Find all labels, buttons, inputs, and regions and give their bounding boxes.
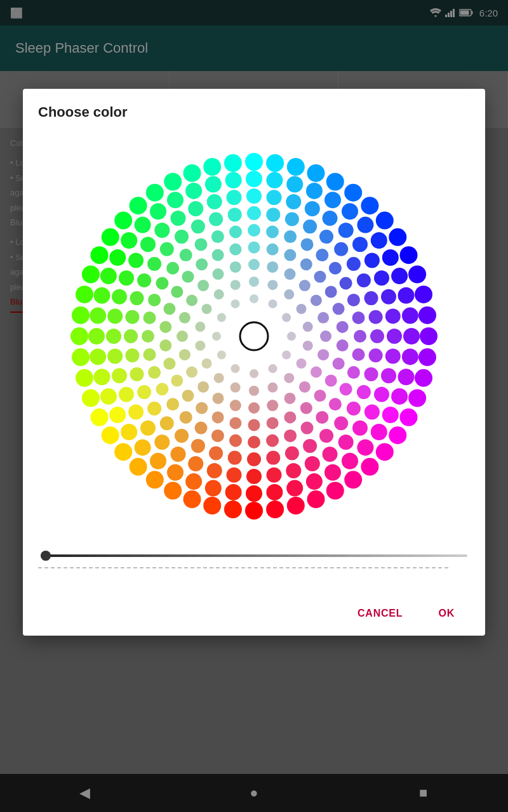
svg-point-29	[326, 482, 344, 500]
svg-point-94	[90, 348, 106, 365]
svg-point-286	[303, 341, 313, 351]
svg-point-69	[398, 287, 415, 304]
svg-point-171	[247, 452, 261, 466]
svg-point-223	[180, 249, 192, 261]
svg-point-186	[160, 242, 174, 256]
svg-point-118	[387, 329, 402, 344]
svg-point-19	[418, 306, 436, 324]
svg-point-234	[337, 321, 349, 333]
svg-point-169	[285, 447, 299, 461]
svg-point-77	[357, 439, 373, 455]
svg-point-105	[205, 176, 222, 193]
svg-point-302	[287, 332, 296, 341]
svg-point-299	[250, 294, 258, 303]
dialog-title: Choose color	[38, 104, 470, 121]
svg-point-127	[286, 463, 301, 478]
svg-point-214	[166, 398, 179, 410]
svg-point-89	[135, 439, 151, 455]
svg-point-43	[82, 390, 100, 407]
ok-button[interactable]: OK	[423, 601, 470, 625]
svg-point-70	[402, 308, 418, 324]
svg-point-81	[286, 480, 303, 497]
svg-point-141	[107, 309, 123, 324]
svg-point-200	[354, 330, 366, 343]
svg-point-270	[230, 400, 241, 411]
svg-point-176	[160, 416, 174, 430]
svg-point-265	[311, 367, 322, 378]
svg-point-56	[184, 164, 201, 182]
svg-point-182	[125, 310, 139, 324]
svg-point-261	[311, 295, 322, 306]
svg-point-280	[230, 261, 241, 273]
svg-point-252	[171, 286, 183, 298]
svg-point-63	[324, 192, 341, 208]
svg-point-237	[325, 375, 337, 387]
color-wheel[interactable]	[51, 133, 457, 539]
svg-point-100	[121, 232, 137, 249]
svg-point-16	[400, 246, 418, 264]
svg-point-31	[287, 497, 305, 514]
svg-point-91	[109, 407, 126, 423]
svg-point-256	[229, 244, 241, 256]
svg-point-305	[250, 369, 258, 378]
svg-point-134	[154, 435, 170, 450]
svg-point-180	[125, 348, 139, 362]
slider-thumb[interactable]	[41, 551, 51, 561]
svg-point-27	[361, 458, 378, 476]
svg-point-33	[245, 502, 263, 520]
svg-point-164	[357, 385, 371, 399]
svg-point-304	[269, 364, 277, 373]
svg-point-18	[415, 285, 432, 303]
color-selector-ring	[240, 322, 268, 350]
svg-point-45	[72, 348, 90, 366]
svg-point-173	[209, 447, 223, 461]
svg-point-242	[248, 419, 260, 431]
svg-point-103	[167, 192, 184, 208]
slider-track[interactable]	[41, 554, 467, 557]
svg-point-240	[284, 411, 296, 423]
svg-point-294	[195, 341, 205, 351]
svg-point-166	[334, 416, 348, 430]
svg-point-163	[364, 367, 378, 381]
svg-point-241	[267, 417, 279, 429]
svg-point-39	[130, 458, 147, 476]
svg-point-42	[91, 409, 109, 426]
svg-point-268	[267, 400, 278, 411]
svg-point-219	[144, 311, 156, 324]
svg-point-175	[175, 429, 189, 443]
svg-point-192	[266, 226, 279, 239]
svg-point-159	[364, 291, 378, 305]
svg-point-230	[300, 258, 312, 270]
svg-point-135	[140, 421, 156, 436]
svg-point-84	[225, 484, 242, 501]
svg-point-59	[246, 171, 262, 187]
svg-point-92	[100, 388, 117, 405]
svg-point-104	[185, 183, 202, 199]
svg-point-277	[186, 295, 197, 306]
brightness-slider-container[interactable]	[38, 554, 470, 557]
svg-point-158	[357, 273, 371, 287]
svg-point-130	[227, 468, 242, 483]
svg-point-193	[284, 230, 297, 243]
svg-point-151	[247, 206, 261, 220]
svg-point-209	[248, 436, 260, 449]
svg-point-44	[76, 369, 93, 387]
svg-point-254	[196, 258, 208, 270]
svg-point-116	[381, 289, 396, 304]
cancel-button[interactable]: CANCEL	[342, 601, 418, 625]
svg-point-53	[130, 197, 147, 214]
svg-point-110	[305, 201, 320, 216]
svg-point-128	[267, 468, 282, 483]
svg-point-216	[148, 366, 161, 379]
svg-point-114	[364, 253, 380, 268]
svg-point-76	[371, 424, 387, 440]
svg-point-73	[398, 369, 415, 385]
svg-point-284	[297, 304, 307, 314]
svg-point-78	[342, 453, 358, 469]
svg-point-111	[323, 211, 338, 226]
svg-point-113	[352, 237, 368, 252]
svg-point-24	[400, 409, 418, 426]
svg-point-179	[130, 367, 144, 381]
svg-point-189	[209, 213, 223, 226]
color-wheel-container[interactable]	[38, 133, 470, 539]
